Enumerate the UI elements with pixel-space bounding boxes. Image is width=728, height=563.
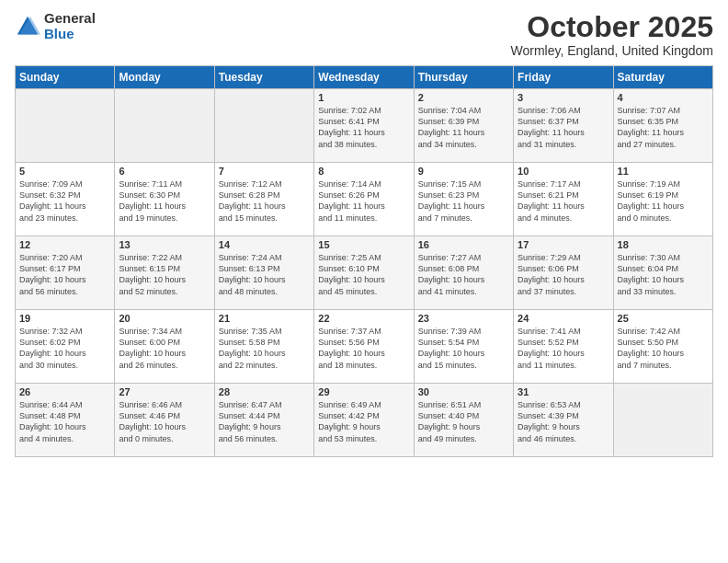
table-cell: 28Sunrise: 6:47 AM Sunset: 4:44 PM Dayli… [214,384,313,457]
col-thursday: Thursday [414,66,513,89]
day-info: Sunrise: 7:12 AM Sunset: 6:28 PM Dayligh… [219,178,310,224]
logo-icon [15,14,40,40]
day-number: 1 [318,92,409,103]
header-row: Sunday Monday Tuesday Wednesday Thursday… [16,66,713,89]
col-tuesday: Tuesday [214,66,313,89]
day-number: 12 [19,239,110,250]
table-cell: 27Sunrise: 6:46 AM Sunset: 4:46 PM Dayli… [115,384,214,457]
table-cell: 20Sunrise: 7:34 AM Sunset: 6:00 PM Dayli… [115,310,214,384]
day-info: Sunrise: 7:25 AM Sunset: 6:10 PM Dayligh… [318,252,409,297]
table-cell: 1Sunrise: 7:02 AM Sunset: 6:41 PM Daylig… [314,89,414,163]
day-number: 15 [318,239,409,250]
table-cell: 18Sunrise: 7:30 AM Sunset: 6:04 PM Dayli… [613,236,712,310]
page: General Blue October 2025 Wormley, Engla… [0,0,728,563]
table-cell: 22Sunrise: 7:37 AM Sunset: 5:56 PM Dayli… [314,310,414,384]
day-info: Sunrise: 7:30 AM Sunset: 6:04 PM Dayligh… [618,252,709,297]
day-number: 14 [219,239,310,250]
table-cell: 10Sunrise: 7:17 AM Sunset: 6:21 PM Dayli… [514,163,613,236]
table-cell: 30Sunrise: 6:51 AM Sunset: 4:40 PM Dayli… [414,384,513,457]
day-info: Sunrise: 7:32 AM Sunset: 6:02 PM Dayligh… [19,326,110,371]
col-monday: Monday [115,66,214,89]
day-info: Sunrise: 6:47 AM Sunset: 4:44 PM Dayligh… [219,399,310,444]
day-number: 20 [119,313,210,324]
day-info: Sunrise: 7:41 AM Sunset: 5:52 PM Dayligh… [518,326,609,371]
day-info: Sunrise: 7:17 AM Sunset: 6:21 PM Dayligh… [518,178,609,224]
col-sunday: Sunday [16,66,115,89]
week-row-5: 26Sunrise: 6:44 AM Sunset: 4:48 PM Dayli… [16,384,713,457]
table-cell: 4Sunrise: 7:07 AM Sunset: 6:35 PM Daylig… [613,89,712,163]
table-cell: 12Sunrise: 7:20 AM Sunset: 6:17 PM Dayli… [16,236,115,310]
table-cell: 25Sunrise: 7:42 AM Sunset: 5:50 PM Dayli… [613,310,712,384]
title-block: October 2025 Wormley, England, United Ki… [511,11,713,58]
col-saturday: Saturday [613,66,712,89]
day-number: 10 [518,166,609,177]
day-info: Sunrise: 7:22 AM Sunset: 6:15 PM Dayligh… [119,252,210,297]
day-info: Sunrise: 6:53 AM Sunset: 4:39 PM Dayligh… [518,399,609,444]
day-info: Sunrise: 7:35 AM Sunset: 5:58 PM Dayligh… [219,326,310,371]
table-cell: 5Sunrise: 7:09 AM Sunset: 6:32 PM Daylig… [16,163,115,236]
day-info: Sunrise: 6:44 AM Sunset: 4:48 PM Dayligh… [19,399,110,444]
day-number: 4 [618,92,709,103]
logo: General Blue [15,11,96,41]
day-info: Sunrise: 7:37 AM Sunset: 5:56 PM Dayligh… [318,326,409,371]
table-cell: 31Sunrise: 6:53 AM Sunset: 4:39 PM Dayli… [514,384,613,457]
day-info: Sunrise: 7:02 AM Sunset: 6:41 PM Dayligh… [318,105,409,150]
day-info: Sunrise: 7:09 AM Sunset: 6:32 PM Dayligh… [19,178,110,224]
table-cell: 8Sunrise: 7:14 AM Sunset: 6:26 PM Daylig… [314,163,414,236]
week-row-4: 19Sunrise: 7:32 AM Sunset: 6:02 PM Dayli… [16,310,713,384]
day-number: 24 [518,313,609,324]
table-cell [16,89,115,163]
table-cell: 16Sunrise: 7:27 AM Sunset: 6:08 PM Dayli… [414,236,513,310]
calendar-table: Sunday Monday Tuesday Wednesday Thursday… [15,65,713,457]
day-info: Sunrise: 7:04 AM Sunset: 6:39 PM Dayligh… [418,105,509,150]
logo-general-text: General [44,11,96,27]
day-number: 9 [418,166,509,177]
day-number: 13 [119,239,210,250]
header: General Blue October 2025 Wormley, Engla… [15,11,713,58]
table-cell: 2Sunrise: 7:04 AM Sunset: 6:39 PM Daylig… [414,89,513,163]
table-cell: 11Sunrise: 7:19 AM Sunset: 6:19 PM Dayli… [613,163,712,236]
day-number: 22 [318,313,409,324]
day-number: 3 [518,92,609,103]
day-info: Sunrise: 7:19 AM Sunset: 6:19 PM Dayligh… [618,178,709,224]
day-number: 25 [618,313,709,324]
week-row-3: 12Sunrise: 7:20 AM Sunset: 6:17 PM Dayli… [16,236,713,310]
table-cell: 9Sunrise: 7:15 AM Sunset: 6:23 PM Daylig… [414,163,513,236]
table-cell: 17Sunrise: 7:29 AM Sunset: 6:06 PM Dayli… [514,236,613,310]
day-info: Sunrise: 6:51 AM Sunset: 4:40 PM Dayligh… [418,399,509,444]
table-cell: 29Sunrise: 6:49 AM Sunset: 4:42 PM Dayli… [314,384,414,457]
day-number: 21 [219,313,310,324]
day-number: 17 [518,239,609,250]
day-info: Sunrise: 7:39 AM Sunset: 5:54 PM Dayligh… [418,326,509,371]
day-info: Sunrise: 7:34 AM Sunset: 6:00 PM Dayligh… [119,326,210,371]
day-number: 29 [318,386,409,397]
day-number: 23 [418,313,509,324]
week-row-1: 1Sunrise: 7:02 AM Sunset: 6:41 PM Daylig… [16,89,713,163]
day-info: Sunrise: 7:42 AM Sunset: 5:50 PM Dayligh… [618,326,709,371]
day-number: 5 [19,166,110,177]
table-cell: 23Sunrise: 7:39 AM Sunset: 5:54 PM Dayli… [414,310,513,384]
day-number: 30 [418,386,509,397]
day-number: 18 [618,239,709,250]
day-info: Sunrise: 7:06 AM Sunset: 6:37 PM Dayligh… [518,105,609,150]
table-cell: 6Sunrise: 7:11 AM Sunset: 6:30 PM Daylig… [115,163,214,236]
day-info: Sunrise: 7:29 AM Sunset: 6:06 PM Dayligh… [518,252,609,297]
logo-text: General Blue [44,11,96,41]
table-cell: 15Sunrise: 7:25 AM Sunset: 6:10 PM Dayli… [314,236,414,310]
day-number: 28 [219,386,310,397]
day-info: Sunrise: 7:11 AM Sunset: 6:30 PM Dayligh… [119,178,210,224]
table-cell: 21Sunrise: 7:35 AM Sunset: 5:58 PM Dayli… [214,310,313,384]
col-wednesday: Wednesday [314,66,414,89]
day-info: Sunrise: 7:20 AM Sunset: 6:17 PM Dayligh… [19,252,110,297]
table-cell: 3Sunrise: 7:06 AM Sunset: 6:37 PM Daylig… [514,89,613,163]
logo-blue-text: Blue [44,27,96,42]
day-info: Sunrise: 7:27 AM Sunset: 6:08 PM Dayligh… [418,252,509,297]
table-cell [214,89,313,163]
table-cell: 24Sunrise: 7:41 AM Sunset: 5:52 PM Dayli… [514,310,613,384]
day-number: 6 [119,166,210,177]
day-info: Sunrise: 6:49 AM Sunset: 4:42 PM Dayligh… [318,399,409,444]
day-number: 11 [618,166,709,177]
day-number: 16 [418,239,509,250]
day-info: Sunrise: 7:15 AM Sunset: 6:23 PM Dayligh… [418,178,509,224]
day-number: 8 [318,166,409,177]
